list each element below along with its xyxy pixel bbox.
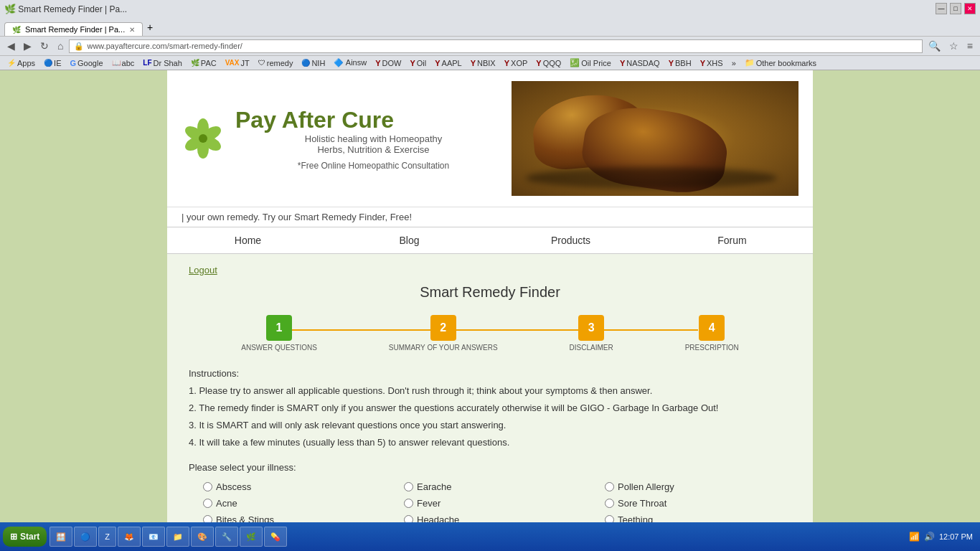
bookmark-xop[interactable]: Y XOP bbox=[501, 58, 531, 68]
site-header: Pay After Cure Holistic healing with Hom… bbox=[167, 70, 813, 207]
bookmark-remedy[interactable]: 🛡 remedy bbox=[255, 58, 296, 68]
bookmark-jt[interactable]: VAX JT bbox=[222, 58, 253, 68]
close-button[interactable]: ✕ bbox=[964, 3, 976, 14]
step-3-circle[interactable]: 3 bbox=[578, 315, 604, 341]
forward-button[interactable]: ▶ bbox=[21, 39, 34, 53]
bookmark-oil[interactable]: Y Oil bbox=[407, 58, 429, 68]
bookmark-nih[interactable]: 🔵 NIH bbox=[298, 58, 328, 68]
illness-acne[interactable]: Acne bbox=[203, 496, 390, 510]
tab-close-button[interactable]: ✕ bbox=[129, 26, 135, 34]
bookmark-aapl[interactable]: Y AAPL bbox=[432, 58, 464, 68]
step-2-label: SUMMARY OF YOUR ANSWERS bbox=[389, 344, 498, 352]
radio-sore-throat[interactable] bbox=[605, 499, 614, 508]
bookmark-other[interactable]: 📁 Other bookmarks bbox=[742, 57, 819, 68]
abc-icon: 📖 bbox=[112, 59, 121, 67]
illness-sore-throat[interactable]: Sore Throat bbox=[605, 496, 791, 510]
active-tab[interactable]: 🌿 Smart Remedy Finder | Pa... ✕ bbox=[4, 22, 143, 36]
network-icon[interactable]: 📶 bbox=[909, 532, 920, 542]
volume-icon[interactable]: 🔊 bbox=[924, 532, 935, 542]
bookmark-nbix[interactable]: Y NBIX bbox=[468, 58, 499, 68]
bookmark-xhs[interactable]: Y XHS bbox=[697, 58, 726, 68]
taskbar-app-tool[interactable]: 🔧 bbox=[215, 527, 238, 547]
marquee-bar: | your own remedy. Try our Smart Remedy … bbox=[167, 207, 813, 227]
ie-icon: 🔵 bbox=[44, 59, 52, 67]
lf-icon: LF bbox=[143, 59, 151, 67]
browser-title: 🌿 Smart Remedy Finder | Pa... bbox=[4, 4, 127, 14]
search-button[interactable]: 🔍 bbox=[925, 39, 943, 53]
step-4: 4 PRESCRIPTION bbox=[685, 315, 739, 352]
nav-blog[interactable]: Blog bbox=[329, 227, 490, 253]
bookmark-nasdaq[interactable]: Y NASDAQ bbox=[617, 58, 663, 68]
remedy-icon: 🛡 bbox=[258, 59, 265, 67]
page-wrapper: Pay After Cure Holistic healing with Hom… bbox=[0, 70, 980, 551]
svg-point-6 bbox=[199, 134, 207, 143]
instructions-title: Instructions: bbox=[189, 366, 791, 382]
instruction-4: 4. It will take a few minutes (usually l… bbox=[189, 435, 791, 451]
bookmark-more[interactable]: » bbox=[729, 58, 739, 68]
bookmark-pac[interactable]: 🌿 PAC bbox=[188, 58, 220, 68]
reload-button[interactable]: ↻ bbox=[37, 39, 52, 53]
back-button[interactable]: ◀ bbox=[4, 39, 18, 53]
radio-earache[interactable] bbox=[404, 482, 413, 491]
content-area: Logout Smart Remedy Finder 1 ANSWER QUES… bbox=[167, 254, 813, 551]
window-controls[interactable]: — □ ✕ bbox=[936, 3, 976, 14]
illness-label: Please select your illness: bbox=[189, 462, 791, 473]
pac-icon: 🌿 bbox=[191, 59, 199, 67]
step-3-label: DISCLAIMER bbox=[570, 344, 613, 352]
step-4-label: PRESCRIPTION bbox=[685, 344, 739, 352]
home-button[interactable]: ⌂ bbox=[55, 39, 66, 53]
start-button[interactable]: ⊞ Start bbox=[3, 527, 47, 547]
taskbar-app-ie[interactable]: 🔵 bbox=[74, 527, 97, 547]
settings-button[interactable]: ≡ bbox=[964, 39, 976, 53]
bookmark-drshah[interactable]: LF Dr Shah bbox=[140, 58, 185, 68]
bookmark-google[interactable]: G Google bbox=[67, 58, 105, 68]
illness-abscess[interactable]: Abscess bbox=[203, 480, 390, 494]
taskbar-tray: 📶 🔊 12:07 PM bbox=[905, 532, 977, 542]
radio-fever[interactable] bbox=[404, 499, 413, 508]
illness-pollen-allergy[interactable]: Pollen Allergy bbox=[605, 480, 791, 494]
taskbar-app-windows[interactable]: 🪟 bbox=[50, 527, 72, 547]
step-1-circle[interactable]: 1 bbox=[266, 315, 292, 341]
taskbar-app-pill[interactable]: 💊 bbox=[264, 527, 287, 547]
bookmark-dow[interactable]: Y DOW bbox=[372, 58, 404, 68]
nav-products[interactable]: Products bbox=[490, 227, 651, 253]
taskbar-app-paint[interactable]: 🎨 bbox=[191, 527, 214, 547]
radio-acne[interactable] bbox=[203, 499, 212, 508]
address-bar[interactable]: 🔒 www.payaftercure.com/smart-remedy-find… bbox=[69, 39, 922, 53]
radio-abscess[interactable] bbox=[203, 482, 212, 491]
tab-title: Smart Remedy Finder | Pa... bbox=[25, 25, 125, 34]
taskbar-app-fox[interactable]: 🦊 bbox=[118, 527, 141, 547]
site-container: Pay After Cure Holistic healing with Hom… bbox=[167, 70, 813, 551]
bookmark-button[interactable]: ☆ bbox=[946, 39, 961, 53]
illness-earache[interactable]: Earache bbox=[404, 480, 590, 494]
taskbar-app-mail[interactable]: 📧 bbox=[142, 527, 165, 547]
tab-bar: 🌿 Smart Remedy Finder | Pa... ✕ + bbox=[0, 17, 980, 36]
bookmark-ainsw[interactable]: 🔷 Ainsw bbox=[331, 57, 369, 68]
taskbar-app-z[interactable]: Z bbox=[98, 527, 116, 547]
minimize-button[interactable]: — bbox=[936, 3, 947, 14]
taskbar-app-leaf[interactable]: 🌿 bbox=[240, 527, 263, 547]
tagline1: Holistic healing with Homeopathy bbox=[235, 133, 512, 144]
bookmark-oilprice[interactable]: 💹 Oil Price bbox=[567, 57, 614, 68]
title-bar: 🌿 Smart Remedy Finder | Pa... — □ ✕ bbox=[0, 0, 980, 17]
bookmark-ie[interactable]: 🔵 IE bbox=[41, 58, 64, 68]
logout-link[interactable]: Logout bbox=[189, 265, 217, 276]
nav-forum[interactable]: Forum bbox=[651, 227, 813, 253]
tagline2: Herbs, Nutrition & Exercise bbox=[235, 144, 512, 155]
new-tab-button[interactable]: + bbox=[143, 19, 157, 36]
step-2-circle[interactable]: 2 bbox=[430, 315, 456, 341]
logo-text-area: Pay After Cure Holistic healing with Hom… bbox=[235, 107, 512, 171]
taskbar-app-folder[interactable]: 📁 bbox=[166, 527, 189, 547]
radio-pollen-allergy[interactable] bbox=[605, 482, 614, 491]
bookmark-bbh[interactable]: Y BBH bbox=[666, 58, 694, 68]
step-4-circle[interactable]: 4 bbox=[699, 315, 725, 341]
bookmark-apps[interactable]: ⚡ Apps bbox=[4, 58, 38, 68]
bookmark-qqq[interactable]: Y QQQ bbox=[533, 58, 564, 68]
nav-menu: Home Blog Products Forum bbox=[167, 227, 813, 254]
logo-area: Pay After Cure Holistic healing with Hom… bbox=[182, 107, 512, 171]
nav-home[interactable]: Home bbox=[167, 227, 329, 253]
bookmark-abc[interactable]: 📖 abc bbox=[109, 58, 138, 68]
maximize-button[interactable]: □ bbox=[950, 3, 961, 14]
illness-fever[interactable]: Fever bbox=[404, 496, 590, 510]
site-title[interactable]: Pay After Cure bbox=[235, 107, 394, 133]
